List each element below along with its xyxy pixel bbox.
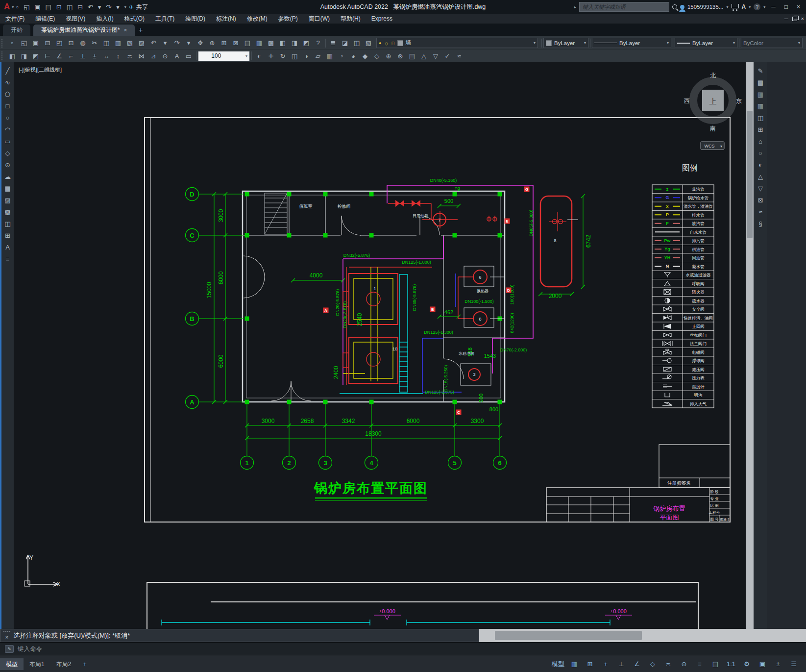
gradient-icon[interactable]: ▩ xyxy=(2,206,13,218)
status-grid[interactable]: ▦ xyxy=(567,658,582,670)
multiline-icon[interactable]: ≡ xyxy=(2,253,13,265)
plot-icon[interactable]: ⊡ xyxy=(54,3,64,11)
zoom-window-icon[interactable]: ⊞ xyxy=(218,37,230,49)
circle-icon[interactable]: ○ xyxy=(2,112,13,124)
command-line-window[interactable]: × 选择注释对象或 [放弃(U)/模式(M)]: *取消* xyxy=(0,629,479,642)
line-icon[interactable]: ╱ xyxy=(2,65,13,76)
help-icon[interactable]: ? xyxy=(312,37,324,49)
status-model-space[interactable]: 模型 xyxy=(550,658,566,670)
layer-dropdown-caret-icon[interactable]: ▾ xyxy=(534,41,536,45)
layout-tab-+[interactable]: + xyxy=(77,658,92,670)
array-icon[interactable]: ▦ xyxy=(324,50,336,62)
user-avatar-icon[interactable] xyxy=(680,5,684,9)
rhombus-icon[interactable]: ◇ xyxy=(2,147,13,159)
undo-caret-icon[interactable]: ▾ xyxy=(96,3,104,11)
undo-icon[interactable]: ↶ xyxy=(147,37,159,49)
calculator-icon[interactable]: ◩ xyxy=(300,37,312,49)
status-annotation-monitor[interactable]: ▣ xyxy=(755,658,770,670)
doc-minimize-button[interactable]: ─ xyxy=(784,16,788,22)
undo-caret-icon[interactable]: ▾ xyxy=(159,37,171,49)
mirror-icon[interactable]: ◑ xyxy=(300,50,312,62)
vertical-scrollbar[interactable] xyxy=(746,62,754,629)
chamfer-icon[interactable]: ⊗ xyxy=(394,50,406,62)
aligned-dim-icon[interactable]: ∠ xyxy=(53,50,65,62)
redo-caret-icon[interactable]: ▾ xyxy=(183,37,195,49)
status-isodraft[interactable]: ◇ xyxy=(645,658,660,670)
search-icon[interactable] xyxy=(672,4,677,9)
user-caret-icon[interactable]: ▾ xyxy=(727,5,729,9)
mtext-icon[interactable]: A xyxy=(2,241,13,253)
menu-工具T[interactable]: 工具(T) xyxy=(150,14,180,24)
ellipse-icon[interactable]: ▭ xyxy=(2,135,13,147)
no-plot-icon[interactable]: ⊠ xyxy=(755,194,766,206)
menu-Express[interactable]: Express xyxy=(366,14,398,24)
linear-dim-icon[interactable]: ⊢ xyxy=(42,50,53,62)
zoom-previous-icon[interactable]: ⊠ xyxy=(230,37,242,49)
layer-states-icon[interactable]: ▧ xyxy=(363,37,374,49)
dim-scale-combo[interactable]: 100 ▾ xyxy=(198,51,250,61)
search-expand-caret-icon[interactable]: ▸ xyxy=(574,5,576,9)
copy-mod-icon[interactable]: ◫ xyxy=(289,50,300,62)
linetype-caret-icon[interactable]: ▾ xyxy=(667,41,669,45)
region-icon[interactable]: ◫ xyxy=(2,218,13,229)
status-otrack[interactable]: ≍ xyxy=(661,658,676,670)
status-osnap[interactable]: ⊙ xyxy=(677,658,691,670)
layout-tab-模型[interactable]: 模型 xyxy=(0,658,24,670)
status-customize[interactable]: ☰ xyxy=(786,658,801,670)
save-as-icon[interactable]: ▤ xyxy=(43,3,54,11)
sheet-icon[interactable]: ◫ xyxy=(755,112,766,124)
viewcube-top-face[interactable]: 上 xyxy=(709,97,717,105)
trim-icon[interactable]: ◆ xyxy=(359,50,371,62)
layout-tab-布局2[interactable]: 布局2 xyxy=(50,658,77,670)
make-current-icon[interactable]: ◪ xyxy=(339,37,351,49)
share-button[interactable]: 共享 xyxy=(136,3,148,11)
menu-编辑E[interactable]: 编辑(E) xyxy=(30,14,60,24)
paste-icon[interactable]: ▥ xyxy=(112,37,124,49)
radius-dim-icon[interactable]: ± xyxy=(89,50,100,62)
erase-icon[interactable]: ◔ xyxy=(336,50,347,62)
layer-thaw-sun-icon[interactable]: ☼ xyxy=(384,40,389,46)
dim-style-a-icon[interactable]: ◨ xyxy=(18,50,30,62)
vertical-scrollbar-thumb[interactable] xyxy=(747,111,753,238)
sheet-set-icon[interactable]: ◍ xyxy=(77,37,89,49)
copy-icon[interactable]: ◫ xyxy=(100,37,112,49)
drawing-canvas[interactable]: [-][俯视][二维线框] xyxy=(14,62,746,629)
move-icon[interactable]: ✛ xyxy=(265,50,277,62)
status-workspace-gear[interactable]: ⚙ xyxy=(739,658,754,670)
insert-block-icon[interactable]: ▦ xyxy=(2,182,13,194)
tri-up-icon[interactable]: △ xyxy=(755,171,766,182)
continue-dim-icon[interactable]: ⊿ xyxy=(147,50,159,62)
color-dropdown[interactable]: ByLayer ▾ xyxy=(543,38,588,48)
layer-on-bulb-icon[interactable]: ● xyxy=(379,41,381,46)
menu-标注N[interactable]: 标注(N) xyxy=(211,14,242,24)
toolbar-grip[interactable] xyxy=(1,39,5,48)
menu-格式O[interactable]: 格式(O) xyxy=(119,14,150,24)
table-icon[interactable]: ⊞ xyxy=(2,229,13,241)
command-input-row[interactable]: ✎ 键入命令 xyxy=(0,642,806,655)
redo-icon[interactable]: ↷ xyxy=(171,37,183,49)
dim-update-icon[interactable]: ◧ xyxy=(6,50,18,62)
shade-icon[interactable]: ◐ xyxy=(755,159,766,171)
join-icon[interactable]: ✓ xyxy=(441,50,453,62)
new-tab-button[interactable]: + xyxy=(139,25,143,36)
command-window-grip[interactable]: × xyxy=(0,629,13,642)
status-polar[interactable]: ∠ xyxy=(630,658,644,670)
status-infer-constraints[interactable]: + xyxy=(598,658,613,670)
viewcube-north[interactable]: 北 xyxy=(710,72,716,79)
sheet-manager-icon[interactable]: ◧ xyxy=(277,37,289,49)
tri-down-icon[interactable]: ▽ xyxy=(755,182,766,194)
properties-icon[interactable]: ▤ xyxy=(755,76,766,88)
lineweight-caret-icon[interactable]: ▾ xyxy=(733,41,735,45)
waves-icon[interactable]: ≈ xyxy=(755,206,766,218)
help-icon[interactable]: ? xyxy=(754,3,760,10)
menu-帮助H[interactable]: 帮助(H) xyxy=(335,14,366,24)
properties-icon[interactable]: ▤ xyxy=(242,37,253,49)
layer-dropdown[interactable]: ● ☼ ⊓ 墙 ▾ xyxy=(376,38,538,48)
color-caret-icon[interactable]: ▾ xyxy=(584,41,586,45)
spline-icon[interactable]: ∿ xyxy=(2,76,13,88)
rotate-icon[interactable]: ↻ xyxy=(277,50,289,62)
menu-视图V[interactable]: 视图(V) xyxy=(60,14,91,24)
pan-icon[interactable]: ✥ xyxy=(195,37,206,49)
layout-tab-布局1[interactable]: 布局1 xyxy=(24,658,50,670)
text-style-icon[interactable]: A xyxy=(171,50,183,62)
